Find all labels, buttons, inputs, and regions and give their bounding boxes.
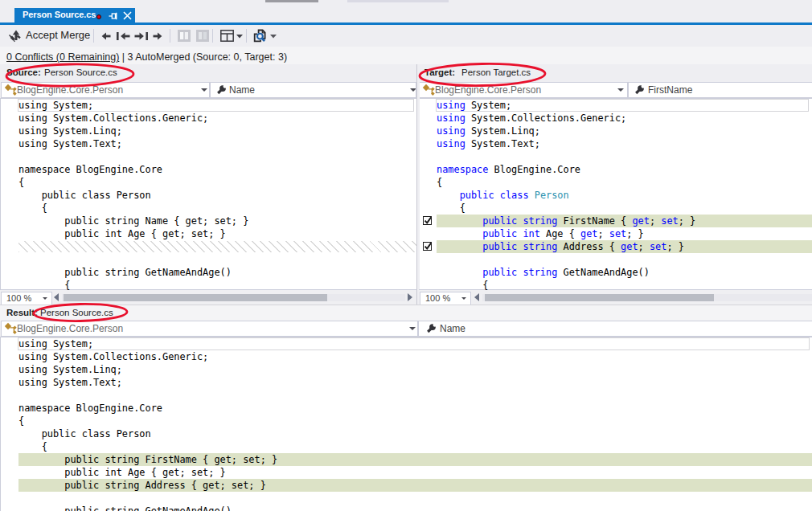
target-label: Target: <box>424 64 455 81</box>
class-icon <box>422 84 435 96</box>
wrench-icon <box>426 323 437 333</box>
tab-title: Person Source.cs <box>23 10 96 19</box>
code-line: public int Age { get; set; } <box>1 227 417 240</box>
source-member-dropdown[interactable]: Name <box>210 82 416 98</box>
document-tab[interactable]: Person Source.cs <box>14 8 135 22</box>
code-line: public string Address { get; set; } <box>1 479 812 492</box>
scroll-left-arrow[interactable] <box>474 293 479 301</box>
target-member-dropdown[interactable]: FirstName <box>628 82 812 98</box>
dropdown-caret-icon <box>409 327 416 330</box>
prev-change-icon[interactable] <box>101 32 111 40</box>
first-change-icon[interactable] <box>117 32 130 40</box>
dropdown-caret-icon <box>43 297 47 300</box>
scroll-left-arrow[interactable] <box>54 293 59 301</box>
code-text: { <box>1 440 812 453</box>
code-line: public string FirstName { get; set; } <box>1 453 812 466</box>
target-type-value: BlogEngine.Core.Person <box>435 83 541 97</box>
source-hscrollbar[interactable] <box>62 294 405 301</box>
code-line: using System.Linq; <box>419 125 812 137</box>
two-pane-left-icon <box>177 29 191 43</box>
code-text: { <box>1 279 417 290</box>
pin-icon[interactable] <box>109 11 118 21</box>
result-type-value: BlogEngine.Core.Person <box>17 321 123 336</box>
scrollbar-thumb[interactable] <box>64 294 327 301</box>
scrollbar-thumb[interactable] <box>485 294 714 301</box>
code-text: public string GetNameAndAge() <box>1 505 812 511</box>
modified-dot-icon <box>96 14 101 19</box>
code-text: namespace BlogEngine.Core <box>419 163 812 176</box>
result-member-value: Name <box>440 321 465 336</box>
code-line: { <box>419 279 812 290</box>
code-text: public string Address { get; set; } <box>1 479 812 492</box>
code-text: { <box>1 202 417 215</box>
source-type-dropdown[interactable]: BlogEngine.Core.Person <box>1 82 210 98</box>
missing-line-hatch <box>18 241 417 252</box>
accept-merge-icon[interactable] <box>6 28 23 44</box>
toolbar-separator <box>212 29 213 43</box>
target-hscrollbar[interactable] <box>482 294 812 301</box>
code-text: using System.Collections.Generic; <box>1 350 812 363</box>
scroll-right-arrow[interactable] <box>408 293 412 301</box>
layout-dropdown-caret[interactable] <box>236 35 243 39</box>
compare-files-icon[interactable] <box>252 27 268 43</box>
target-zoom-select[interactable]: 100 % <box>420 292 471 305</box>
result-member-dropdown[interactable]: Name <box>418 321 812 337</box>
conflicts-link[interactable]: 0 Conflicts (0 Remaining) <box>6 51 119 63</box>
code-line: public string GetNameAndAge() <box>1 505 812 511</box>
result-code-pane[interactable]: using System;using System.Collections.Ge… <box>0 337 812 511</box>
code-line: public int Age { get; set; } <box>419 227 812 240</box>
target-member-value: FirstName <box>648 83 692 97</box>
layout-grid-icon[interactable] <box>220 30 234 42</box>
code-line: { <box>1 440 812 453</box>
source-bottom-bar: 100 % <box>0 289 416 305</box>
automerged-text: 3 AutoMerged (Source: 0, Target: 3) <box>128 51 288 63</box>
target-pane-header: Target: Person Target.cs <box>0 64 812 81</box>
code-line <box>419 253 812 266</box>
code-text: namespace BlogEngine.Core <box>1 163 417 176</box>
code-text: public int Age { get; set; } <box>1 227 417 240</box>
code-text: public string GetNameAndAge() <box>1 266 417 279</box>
source-type-value: BlogEngine.Core.Person <box>17 83 123 97</box>
code-line: public string Address { get; set; } <box>419 240 812 253</box>
code-line: { <box>419 176 812 189</box>
result-type-dropdown[interactable]: BlogEngine.Core.Person <box>1 321 418 337</box>
code-text: public class Person <box>1 427 812 440</box>
code-text: { <box>419 176 812 189</box>
code-line: namespace BlogEngine.Core <box>1 402 812 415</box>
code-text: using System.Text; <box>419 137 812 150</box>
result-label: Result: <box>6 305 38 321</box>
code-line: public int Age { get; set; } <box>1 466 812 479</box>
code-line: using System.Collections.Generic; <box>1 112 417 125</box>
toolbar: Accept Merge <box>0 25 812 47</box>
toolbar-separator <box>170 29 170 43</box>
target-type-dropdown[interactable]: BlogEngine.Core.Person <box>419 82 628 98</box>
code-text: public string GetNameAndAge() <box>419 266 812 279</box>
next-change-icon[interactable] <box>153 32 162 40</box>
code-text: public string Address { get; set; } <box>419 240 812 253</box>
target-filename: Person Target.cs <box>461 64 531 81</box>
wrench-icon <box>634 84 645 95</box>
code-text: public class Person <box>1 189 417 202</box>
target-code-pane[interactable]: using System;using System.Collections.Ge… <box>419 98 812 290</box>
code-text: { <box>419 202 812 215</box>
dropdown-caret-icon <box>461 297 466 300</box>
toolbar-separator <box>93 29 94 43</box>
code-line: namespace BlogEngine.Core <box>419 163 812 176</box>
code-text: using System.Text; <box>1 137 417 150</box>
accept-merge-label[interactable]: Accept Merge <box>26 29 90 41</box>
code-text: public class Person <box>419 189 812 202</box>
last-change-icon[interactable] <box>134 32 148 40</box>
status-separator: | <box>119 51 127 63</box>
code-text: { <box>1 415 812 427</box>
merge-status-bar: 0 Conflicts (0 Remaining) | 3 AutoMerged… <box>0 47 812 64</box>
source-zoom-select[interactable]: 100 % <box>1 292 52 305</box>
toolbar-separator <box>246 29 247 43</box>
source-zoom-value: 100 % <box>6 292 31 305</box>
code-line: public class Person <box>1 427 812 440</box>
code-line <box>1 492 812 505</box>
code-text: using System.Linq; <box>419 125 812 137</box>
close-icon[interactable] <box>123 11 132 20</box>
compare-dropdown-caret[interactable] <box>270 35 277 39</box>
source-code-pane[interactable]: using System;using System.Collections.Ge… <box>0 98 417 290</box>
code-text: { <box>419 279 812 290</box>
